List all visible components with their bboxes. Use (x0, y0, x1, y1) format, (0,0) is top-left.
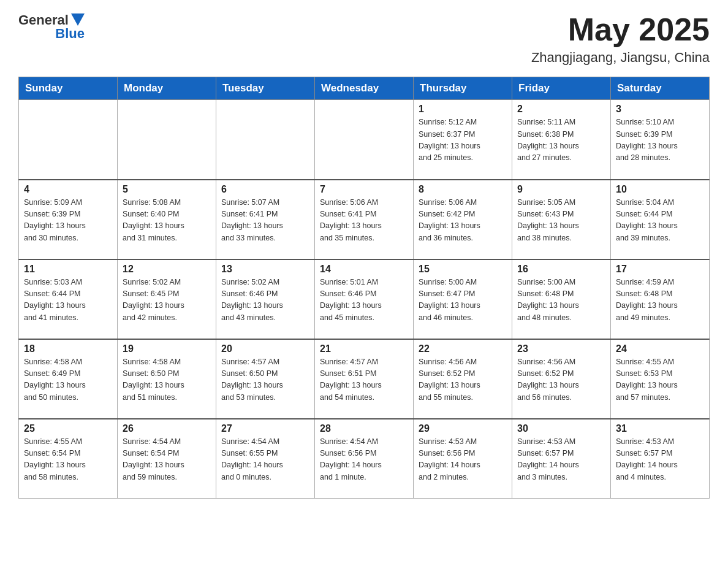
calendar-cell: 21Sunrise: 4:57 AMSunset: 6:51 PMDayligh… (315, 339, 414, 419)
calendar-cell: 17Sunrise: 4:59 AMSunset: 6:48 PMDayligh… (611, 259, 710, 339)
calendar-cell: 25Sunrise: 4:55 AMSunset: 6:54 PMDayligh… (19, 419, 118, 499)
calendar-cell: 27Sunrise: 4:54 AMSunset: 6:55 PMDayligh… (216, 419, 315, 499)
calendar-cell: 14Sunrise: 5:01 AMSunset: 6:46 PMDayligh… (315, 259, 414, 339)
svg-marker-0 (71, 13, 85, 26)
day-number: 20 (221, 343, 309, 354)
calendar-cell: 19Sunrise: 4:58 AMSunset: 6:50 PMDayligh… (118, 339, 216, 419)
day-info: Sunrise: 5:05 AMSunset: 6:43 PMDaylight:… (517, 197, 605, 245)
day-info: Sunrise: 5:09 AMSunset: 6:39 PMDaylight:… (24, 197, 112, 245)
col-friday: Friday (512, 77, 611, 100)
calendar-cell: 15Sunrise: 5:00 AMSunset: 6:47 PMDayligh… (414, 259, 512, 339)
day-info: Sunrise: 4:57 AMSunset: 6:51 PMDaylight:… (320, 356, 408, 404)
day-number: 27 (221, 423, 309, 434)
day-info: Sunrise: 5:02 AMSunset: 6:45 PMDaylight:… (123, 277, 211, 324)
calendar-cell: 8Sunrise: 5:06 AMSunset: 6:42 PMDaylight… (414, 180, 512, 259)
day-number: 7 (320, 184, 408, 195)
calendar-cell: 30Sunrise: 4:53 AMSunset: 6:57 PMDayligh… (512, 419, 611, 499)
day-number: 16 (517, 264, 605, 275)
calendar-cell: 10Sunrise: 5:04 AMSunset: 6:44 PMDayligh… (611, 180, 710, 259)
col-sunday: Sunday (19, 77, 118, 100)
day-info: Sunrise: 4:53 AMSunset: 6:57 PMDaylight:… (616, 436, 704, 484)
day-info: Sunrise: 4:59 AMSunset: 6:48 PMDaylight:… (616, 277, 704, 324)
col-saturday: Saturday (611, 77, 710, 100)
calendar-cell: 12Sunrise: 5:02 AMSunset: 6:45 PMDayligh… (118, 259, 216, 339)
day-info: Sunrise: 4:54 AMSunset: 6:54 PMDaylight:… (123, 436, 211, 484)
day-info: Sunrise: 4:53 AMSunset: 6:56 PMDaylight:… (419, 436, 507, 484)
calendar-cell: 9Sunrise: 5:05 AMSunset: 6:43 PMDaylight… (512, 180, 611, 259)
calendar-cell: 4Sunrise: 5:09 AMSunset: 6:39 PMDaylight… (19, 180, 118, 259)
calendar-cell (118, 100, 216, 180)
col-monday: Monday (118, 77, 216, 100)
week-row-3: 11Sunrise: 5:03 AMSunset: 6:44 PMDayligh… (19, 259, 710, 339)
week-row-1: 1Sunrise: 5:12 AMSunset: 6:37 PMDaylight… (19, 100, 710, 180)
calendar-cell: 23Sunrise: 4:56 AMSunset: 6:52 PMDayligh… (512, 339, 611, 419)
title-block: May 2025 Zhangjiagang, Jiangsu, China (531, 12, 710, 66)
calendar-cell: 29Sunrise: 4:53 AMSunset: 6:56 PMDayligh… (414, 419, 512, 499)
calendar-cell: 13Sunrise: 5:02 AMSunset: 6:46 PMDayligh… (216, 259, 315, 339)
day-number: 29 (419, 423, 507, 434)
day-info: Sunrise: 5:07 AMSunset: 6:41 PMDaylight:… (221, 197, 309, 245)
day-info: Sunrise: 5:06 AMSunset: 6:42 PMDaylight:… (419, 197, 507, 245)
logo: General Blue (18, 12, 85, 42)
day-info: Sunrise: 4:54 AMSunset: 6:56 PMDaylight:… (320, 436, 408, 484)
calendar-subtitle: Zhangjiagang, Jiangsu, China (531, 50, 710, 66)
day-number: 31 (616, 423, 704, 434)
day-number: 8 (419, 184, 507, 195)
calendar-cell: 11Sunrise: 5:03 AMSunset: 6:44 PMDayligh… (19, 259, 118, 339)
day-info: Sunrise: 4:55 AMSunset: 6:54 PMDaylight:… (24, 436, 112, 484)
calendar-cell: 22Sunrise: 4:56 AMSunset: 6:52 PMDayligh… (414, 339, 512, 419)
day-number: 25 (24, 423, 112, 434)
calendar-header-row: Sunday Monday Tuesday Wednesday Thursday… (19, 77, 710, 100)
day-number: 13 (221, 264, 309, 275)
day-number: 23 (517, 343, 605, 354)
calendar-cell: 3Sunrise: 5:10 AMSunset: 6:39 PMDaylight… (611, 100, 710, 180)
week-row-4: 18Sunrise: 4:58 AMSunset: 6:49 PMDayligh… (19, 339, 710, 419)
day-info: Sunrise: 4:56 AMSunset: 6:52 PMDaylight:… (419, 356, 507, 404)
day-info: Sunrise: 4:58 AMSunset: 6:50 PMDaylight:… (123, 356, 211, 404)
day-number: 28 (320, 423, 408, 434)
col-tuesday: Tuesday (216, 77, 315, 100)
page-header: General Blue May 2025 Zhangjiagang, Jian… (18, 12, 710, 66)
logo-triangle-icon (71, 13, 85, 26)
day-number: 6 (221, 184, 309, 195)
day-info: Sunrise: 4:57 AMSunset: 6:50 PMDaylight:… (221, 356, 309, 404)
day-number: 24 (616, 343, 704, 354)
day-info: Sunrise: 5:01 AMSunset: 6:46 PMDaylight:… (320, 277, 408, 324)
calendar-cell (315, 100, 414, 180)
calendar-cell: 2Sunrise: 5:11 AMSunset: 6:38 PMDaylight… (512, 100, 611, 180)
day-number: 9 (517, 184, 605, 195)
calendar-cell: 1Sunrise: 5:12 AMSunset: 6:37 PMDaylight… (414, 100, 512, 180)
calendar-cell (216, 100, 315, 180)
calendar-cell: 24Sunrise: 4:55 AMSunset: 6:53 PMDayligh… (611, 339, 710, 419)
day-number: 5 (123, 184, 211, 195)
day-info: Sunrise: 5:04 AMSunset: 6:44 PMDaylight:… (616, 197, 704, 245)
day-number: 2 (517, 104, 605, 115)
day-number: 4 (24, 184, 112, 195)
calendar-title: May 2025 (531, 12, 710, 47)
day-info: Sunrise: 4:55 AMSunset: 6:53 PMDaylight:… (616, 356, 704, 404)
day-number: 26 (123, 423, 211, 434)
day-number: 14 (320, 264, 408, 275)
calendar-cell: 18Sunrise: 4:58 AMSunset: 6:49 PMDayligh… (19, 339, 118, 419)
day-info: Sunrise: 5:10 AMSunset: 6:39 PMDaylight:… (616, 117, 704, 164)
col-wednesday: Wednesday (315, 77, 414, 100)
day-number: 12 (123, 264, 211, 275)
day-number: 11 (24, 264, 112, 275)
day-info: Sunrise: 5:00 AMSunset: 6:47 PMDaylight:… (419, 277, 507, 324)
day-number: 30 (517, 423, 605, 434)
day-info: Sunrise: 4:56 AMSunset: 6:52 PMDaylight:… (517, 356, 605, 404)
day-info: Sunrise: 5:12 AMSunset: 6:37 PMDaylight:… (419, 117, 507, 164)
calendar-cell: 7Sunrise: 5:06 AMSunset: 6:41 PMDaylight… (315, 180, 414, 259)
day-number: 21 (320, 343, 408, 354)
day-number: 17 (616, 264, 704, 275)
day-number: 1 (419, 104, 507, 115)
week-row-5: 25Sunrise: 4:55 AMSunset: 6:54 PMDayligh… (19, 419, 710, 499)
day-info: Sunrise: 5:08 AMSunset: 6:40 PMDaylight:… (123, 197, 211, 245)
day-info: Sunrise: 4:58 AMSunset: 6:49 PMDaylight:… (24, 356, 112, 404)
day-number: 10 (616, 184, 704, 195)
day-info: Sunrise: 5:02 AMSunset: 6:46 PMDaylight:… (221, 277, 309, 324)
day-number: 18 (24, 343, 112, 354)
day-info: Sunrise: 5:11 AMSunset: 6:38 PMDaylight:… (517, 117, 605, 164)
day-info: Sunrise: 5:06 AMSunset: 6:41 PMDaylight:… (320, 197, 408, 245)
day-info: Sunrise: 4:54 AMSunset: 6:55 PMDaylight:… (221, 436, 309, 484)
